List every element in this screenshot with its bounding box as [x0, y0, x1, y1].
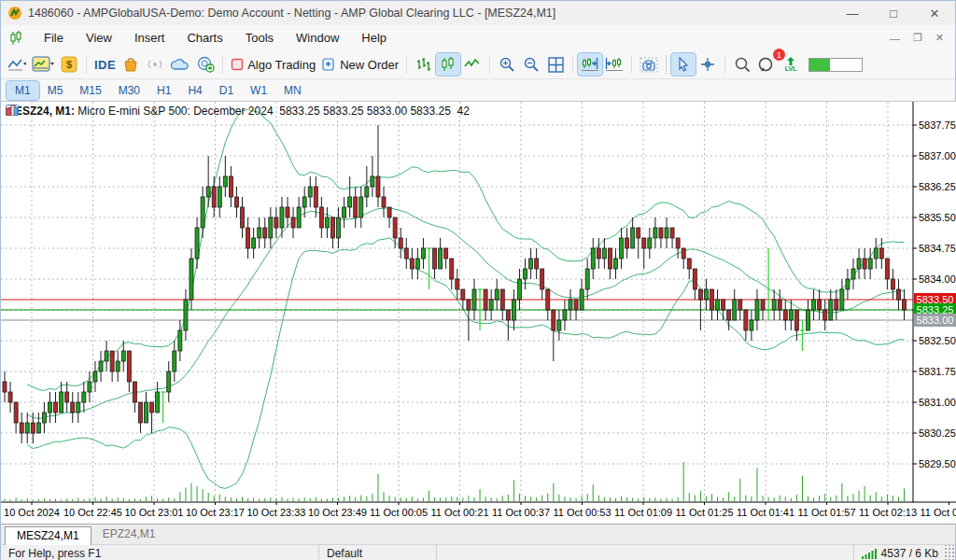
svg-text:5837.00: 5837.00 [919, 150, 956, 161]
connection-progress-bar [808, 58, 863, 72]
chart-shift-left-icon [605, 57, 624, 72]
signal-waves-icon [146, 57, 164, 72]
close-button[interactable]: ✕ [914, 1, 955, 25]
timeframe-m15[interactable]: M15 [71, 81, 109, 100]
timeframe-m30[interactable]: M30 [110, 81, 148, 100]
camera-icon [640, 57, 658, 73]
cursor-button[interactable] [671, 53, 696, 76]
depth-of-market-icon[interactable] [6, 105, 19, 116]
shift-end-button[interactable] [578, 53, 602, 76]
algo-trading-button[interactable]: Algo Trading [228, 53, 318, 76]
ide-button[interactable]: IDE [91, 53, 119, 76]
line-chart-button[interactable] [460, 53, 485, 76]
svg-text:5829.50: 5829.50 [919, 458, 956, 469]
toolbar: $ IDE Algo Trading New Order [1, 50, 955, 79]
chart-type-button[interactable] [5, 53, 29, 76]
window-title: 1486060 - AMPGlobalUSA-Demo: Demo Accoun… [28, 7, 555, 20]
tile-windows-button[interactable] [543, 53, 568, 76]
svg-text:11 Oct 00:05: 11 Oct 00:05 [370, 507, 428, 518]
candlestick-chart-button[interactable] [436, 53, 460, 76]
bars-chart-icon [415, 57, 432, 72]
chat-icon [758, 56, 775, 73]
timeframe-h4[interactable]: H4 [179, 81, 210, 100]
volume-layer [5, 462, 905, 501]
chart-tab-mesz24,m1[interactable]: MESZ24,M1 [5, 526, 91, 545]
timeframe-m5[interactable]: M5 [39, 81, 72, 100]
chart-symbol-label: MESZ24, M1: Micro E-mini S&P 500: Decemb… [6, 105, 470, 118]
svg-text:11 Oct 01:57: 11 Oct 01:57 [797, 507, 855, 518]
svg-text:10 Oct 23:01: 10 Oct 23:01 [125, 507, 184, 518]
svg-text:11 Oct 00:37: 11 Oct 00:37 [492, 507, 550, 518]
child-close-icon[interactable]: ✕ [935, 32, 944, 44]
crosshair-icon [699, 57, 716, 72]
menu-window[interactable]: Window [285, 27, 350, 49]
connection-signal-icon [862, 548, 877, 559]
price-chart[interactable]: 5837.755837.005836.255835.505834.755834.… [1, 102, 956, 524]
price-tag: 5833.00 [914, 314, 956, 327]
new-order-button[interactable]: New Order [318, 53, 401, 76]
svg-text:5834.75: 5834.75 [919, 243, 956, 254]
auto-scroll-button[interactable] [602, 53, 626, 76]
cloud-button[interactable] [167, 53, 193, 76]
timeframe-h1[interactable]: H1 [148, 81, 179, 100]
symbols-button[interactable]: $ [57, 53, 81, 76]
chart-tab-bar: MESZ24,M1EPZ24,M1 [1, 524, 955, 544]
market-button[interactable] [119, 53, 143, 76]
menu-bar: FileViewInsertChartsToolsWindowHelp — ❐ … [1, 25, 955, 50]
crosshair-button[interactable] [696, 53, 720, 76]
timeframe-d1[interactable]: D1 [211, 81, 242, 100]
menu-tools[interactable]: Tools [234, 27, 285, 49]
svg-text:$: $ [66, 59, 72, 70]
svg-text:5835.50: 5835.50 [919, 212, 956, 223]
svg-text:11 Oct 02:13: 11 Oct 02:13 [859, 507, 917, 518]
traffic-label: 4537 / 6 Kb [881, 547, 938, 560]
bollinger-lower-band [27, 238, 904, 489]
svg-text:5834.00: 5834.00 [919, 273, 956, 285]
menu-file[interactable]: File [33, 27, 75, 49]
candles-icon [8, 31, 23, 46]
svg-text:10 Oct 2024: 10 Oct 2024 [4, 507, 60, 518]
svg-text:5831.00: 5831.00 [919, 397, 956, 408]
svg-text:5836.25: 5836.25 [919, 181, 956, 192]
candlestick-chart-icon [440, 57, 457, 72]
maximize-button[interactable]: □ [873, 1, 914, 25]
application-window: 1486060 - AMPGlobalUSA-Demo: Demo Accoun… [0, 0, 956, 560]
status-connection: 4537 / 6 Kb [854, 545, 942, 560]
chart-shift-right-icon [581, 57, 599, 72]
indicators-button[interactable] [29, 53, 57, 76]
status-profile[interactable]: Default [319, 545, 437, 560]
zoom-in-button[interactable] [495, 53, 519, 76]
title-bar[interactable]: 1486060 - AMPGlobalUSA-Demo: Demo Accoun… [1, 1, 955, 25]
shopping-bag-icon [122, 56, 139, 73]
menu-charts[interactable]: Charts [176, 27, 233, 49]
child-restore-icon[interactable]: ❐ [913, 32, 922, 44]
child-minimize-icon[interactable]: — [890, 33, 900, 44]
timeframe-m1[interactable]: M1 [7, 81, 39, 100]
resize-grip[interactable] [944, 545, 955, 560]
svg-text:11 Oct 00:21: 11 Oct 00:21 [430, 507, 488, 518]
search-button[interactable] [730, 53, 754, 76]
algo-trading-icon [231, 58, 244, 71]
svg-text:11 Oct 02:29: 11 Oct 02:29 [920, 507, 956, 518]
menu-insert[interactable]: Insert [123, 27, 176, 49]
community-button[interactable] [193, 53, 218, 76]
screenshot-button[interactable] [637, 53, 661, 76]
cloud-icon [170, 57, 190, 72]
bars-chart-button[interactable] [412, 53, 436, 76]
chart-header: MESZ24, M1: Micro E-mini S&P 500: Decemb… [6, 105, 470, 118]
chart-tab-epz24,m1[interactable]: EPZ24,M1 [91, 525, 167, 544]
notifications-button[interactable]: 1 [754, 53, 779, 76]
signals-button[interactable] [143, 53, 167, 76]
tile-windows-icon [548, 57, 564, 73]
svg-text:5832.50: 5832.50 [919, 335, 956, 346]
timeframe-w1[interactable]: W1 [242, 81, 275, 100]
zoom-out-button[interactable] [519, 53, 543, 76]
zigzag-line-icon [464, 58, 481, 71]
timeframe-mn[interactable]: MN [275, 81, 310, 100]
menu-help[interactable]: Help [350, 27, 398, 49]
minimize-button[interactable]: — [832, 1, 873, 25]
menu-view[interactable]: View [75, 27, 123, 49]
new-order-icon [321, 57, 336, 72]
svg-text:11 Oct 01:25: 11 Oct 01:25 [675, 507, 733, 518]
dollar-icon: $ [61, 56, 77, 73]
